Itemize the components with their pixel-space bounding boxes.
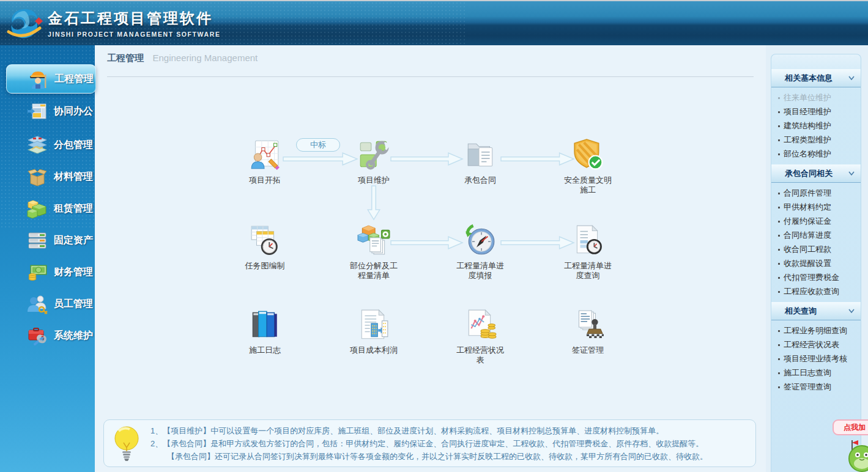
flow-node-cost-profit[interactable]: 项目成本利润: [337, 308, 410, 355]
page-title-en: Engineering Management: [152, 53, 258, 63]
panel-item-contract-original[interactable]: 合同原件管理: [771, 186, 861, 200]
panel-item-owner-material[interactable]: 甲供材料约定: [771, 200, 861, 214]
report-chart-coins-icon: [464, 308, 497, 341]
lightbulb-icon: [108, 422, 146, 464]
panel-item-payment-reminder[interactable]: 收款提醒设置: [771, 256, 861, 270]
sidebar-item-office[interactable]: 协同办公: [6, 97, 96, 126]
sidebar-item-fixed-assets[interactable]: 固定资产: [6, 226, 96, 255]
sidebar-item-label: 租赁管理: [54, 202, 93, 215]
flow-node-label: 承包合同: [454, 175, 506, 185]
panel-item-counterparty-maintenance[interactable]: 往来单位维护: [771, 90, 861, 105]
flow-node-safety[interactable]: 安全质量文明施工: [551, 138, 625, 195]
office-window-icon: [27, 101, 48, 122]
sidebar-item-label: 固定资产: [54, 234, 93, 247]
flow-node-visa[interactable]: 签证管理: [551, 308, 625, 355]
task-chart-clock-icon: [248, 224, 281, 257]
engineering-worker-icon: [28, 68, 48, 89]
sidebar-item-label: 员工管理: [54, 298, 93, 311]
flow-node-label: 项目维护: [347, 175, 400, 185]
contract-folder-icon: [464, 138, 497, 171]
mascot-character-icon[interactable]: [844, 439, 868, 472]
flow-node-task-chart[interactable]: 任务图编制: [228, 224, 302, 271]
panel-item-operation-report-query[interactable]: 工程经营状况表: [771, 337, 861, 352]
panel-item-project-type-maintenance[interactable]: 工程类型维护: [771, 133, 861, 147]
flow-node-construction-log[interactable]: 施工日志: [228, 308, 302, 355]
books-icon: [248, 308, 281, 341]
panel-item-log-query[interactable]: 施工日志查询: [771, 366, 861, 380]
sidebar-item-materials[interactable]: 材料管理: [6, 162, 96, 191]
app-subtitle: JINSHI PROJECT MANAGEMENT SOFTWARE: [48, 31, 221, 38]
chevron-down-icon: [848, 309, 855, 313]
section-title: 相关查询: [785, 306, 817, 317]
panel-item-project-manager-maintenance[interactable]: 项目经理维护: [771, 105, 861, 119]
page-title-bar: 工程管理 Engineering Management: [107, 53, 754, 77]
panel-item-performance-bond[interactable]: 付履约保证金: [771, 214, 861, 228]
panel-item-receive-payment[interactable]: 收合同工程款: [771, 242, 861, 256]
toolbox-wrench-icon: [27, 325, 48, 346]
money-icon: [27, 262, 48, 282]
tip-line: 2、【承包合同】是和甲方或发包方签订的合同，包括：甲供材约定、履约保证金、合同执…: [150, 437, 749, 450]
section-header-query[interactable]: 相关查询: [771, 302, 861, 320]
related-links-panel: 相关基本信息 往来单位维护 项目经理维护 建筑结构维护 工程类型维护 部位名称维…: [771, 54, 861, 472]
sidebar-item-staff[interactable]: 员工管理: [6, 289, 96, 319]
sidebar-item-label: 财务管理: [54, 266, 93, 279]
flow-node-label: 施工日志: [239, 345, 291, 355]
sidebar-item-label: 分包管理: [54, 139, 93, 152]
flow-node-label: 工程量清单进度查询: [562, 261, 614, 281]
page-title: 工程管理: [107, 53, 144, 64]
open-box-icon: [27, 166, 48, 187]
panel-item-receivables-query[interactable]: 工程应收款查询: [771, 284, 861, 298]
doc-clock-icon: [571, 224, 604, 257]
sidebar-item-label: 工程管理: [54, 73, 94, 86]
main-nav-sidebar: 工程管理 协同办公 分包管: [0, 45, 95, 472]
project-development-icon: [248, 138, 281, 171]
flow-arrow-down-icon: [366, 185, 381, 221]
section-title: 承包合同相关: [785, 168, 833, 179]
jinshi-logo-icon: [6, 6, 43, 43]
panel-item-part-name-maintenance[interactable]: 部位名称维护: [771, 147, 861, 161]
server-racks-icon: [27, 230, 48, 251]
sidebar-item-subcontract[interactable]: 分包管理: [6, 130, 96, 160]
flow-node-label: 项目开拓: [239, 175, 291, 185]
bid-status-pill: 中标: [296, 138, 340, 152]
tip-line: 【承包合同】还可记录从合同签订到决算到最终审计等各项金额的变化，并以之计算实时反…: [150, 450, 749, 463]
sidebar-item-label: 协同办公: [54, 105, 93, 118]
app-header: 金石工程项目管理软件 JINSHI PROJECT MANAGEMENT SOF…: [0, 0, 868, 45]
progress-clock-icon: [464, 224, 497, 257]
sidebar-item-leasing[interactable]: 租赁管理: [6, 194, 96, 223]
tips-panel: 1、【项目维护】中可以设置每一个项目的对应库房、施工班组、部位及进度计划、材料采…: [103, 419, 756, 467]
project-maintenance-icon: [357, 138, 390, 171]
panel-item-pm-performance[interactable]: 项目经理业绩考核: [771, 352, 861, 366]
chevron-down-icon: [848, 171, 855, 175]
flow-node-label: 工程量清单进度填报: [454, 261, 506, 281]
sidebar-item-label: 系统维护: [54, 330, 93, 342]
chevron-down-icon: [848, 76, 855, 80]
flow-node-boq-fill[interactable]: 工程量清单进度填报: [443, 224, 517, 281]
green-cubes-icon: [27, 198, 48, 219]
flow-node-label: 签证管理: [562, 345, 614, 355]
flow-node-boq-query[interactable]: 工程量清单进度查询: [551, 224, 625, 281]
panel-item-contract-settlement[interactable]: 合同结算进度: [771, 228, 861, 242]
flow-node-boq[interactable]: 部位分解及工程量清单: [337, 224, 410, 281]
main-content: 工程管理 Engineering Management 项目开拓 中标: [95, 45, 766, 472]
panel-item-business-detail-query[interactable]: 工程业务明细查询: [771, 323, 861, 337]
helper-mascot[interactable]: 点我加: [828, 418, 868, 472]
mascot-bubble[interactable]: 点我加: [833, 419, 868, 435]
panel-item-building-structure-maintenance[interactable]: 建筑结构维护: [771, 119, 861, 133]
sidebar-item-finance[interactable]: 财务管理: [6, 257, 96, 287]
people-key-icon: [27, 293, 48, 314]
section-header-contract[interactable]: 承包合同相关: [771, 164, 861, 183]
flow-node-label: 项目成本利润: [347, 345, 400, 355]
flow-node-operation-report[interactable]: 工程经营状况表: [443, 308, 517, 365]
flow-node-label: 任务图编制: [239, 261, 291, 271]
sidebar-item-engineering[interactable]: 工程管理: [6, 64, 96, 94]
section-header-basic-info[interactable]: 相关基本信息: [771, 69, 861, 87]
cost-profit-doc-icon: [357, 308, 390, 341]
flow-node-label: 工程经营状况表: [454, 345, 506, 365]
section-title: 相关基本信息: [785, 73, 833, 84]
flow-node-label: 部位分解及工程量清单: [347, 261, 400, 281]
sidebar-item-system[interactable]: 系统维护: [6, 321, 96, 350]
stamp-docs-icon: [571, 308, 604, 341]
panel-item-withholding-tax[interactable]: 代扣管理费税金: [771, 270, 861, 284]
panel-item-visa-query[interactable]: 签证管理查询: [771, 380, 861, 394]
